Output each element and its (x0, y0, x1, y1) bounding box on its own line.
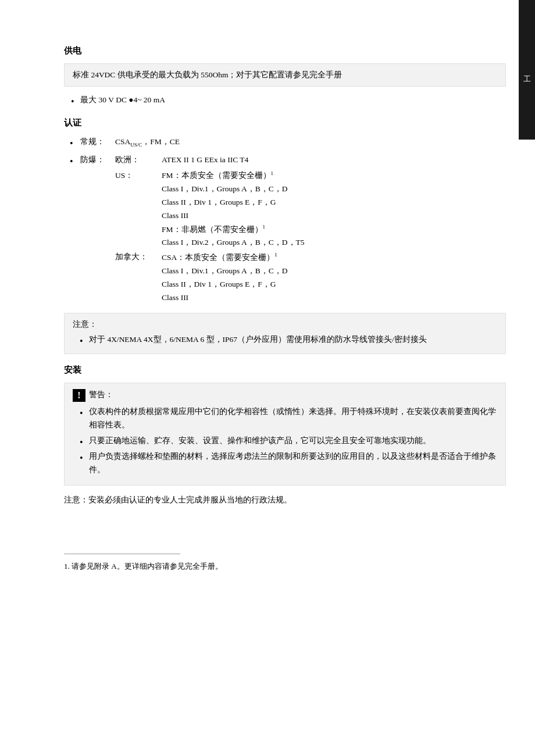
us-class3: Class III (162, 209, 305, 223)
note-label-text: 注意： (73, 320, 97, 329)
sidebar-bar: 工 (519, 0, 535, 140)
canada-block: 加拿大： CSA：本质安全（需要安全栅）1 Class I，Div.1，Grou… (115, 251, 506, 304)
canada-label: 加拿大： (115, 251, 162, 264)
footnote: 1. 请参见附录 A。更详细内容请参见完全手册。 (64, 560, 506, 573)
cert-explosion-label: 防爆： (80, 154, 115, 167)
canada-class1: Class I，Div.1，Groups A，B，C，D (162, 265, 288, 278)
install-heading: 安装 (64, 365, 506, 376)
install-section: 安装 ! 警告： 仪表构件的材质根据常规应用中它们的化学相容性（或惰性）来选择。… (64, 365, 506, 507)
csa-sub: US/C (130, 141, 142, 147)
bullet-dot-explosion: • (70, 154, 80, 169)
us-fm-sup: 1 (271, 170, 274, 176)
warning-bullet-list: 仪表构件的材质根据常规应用中它们的化学相容性（或惰性）来选择。用于特殊环境时，在… (73, 405, 497, 477)
europe-value: ATEX II 1 G EEx ia IIC T4 (162, 154, 248, 167)
csa-text: CSA (115, 137, 130, 146)
footnote-text: 请参见附录 A。更详细内容请参见完全手册。 (72, 562, 223, 570)
cert-explosion-row: • 防爆： 欧洲： ATEX II 1 G EEx ia IIC T4 US： … (64, 154, 506, 305)
cert-heading: 认证 (64, 117, 506, 129)
warning-bullet-1: 仪表构件的材质根据常规应用中它们的化学相容性（或惰性）来选择。用于特殊环境时，在… (79, 405, 497, 432)
note-bullet-text: 对于 4X/NEMA 4X型，6/NEMA 6 型，IP67（户外应用）需使用标… (89, 335, 427, 344)
footnote-divider (64, 554, 180, 554)
cert-standard-label: 常规： (80, 135, 115, 149)
europe-row: 欧洲： ATEX II 1 G EEx ia IIC T4 (115, 154, 506, 167)
us-fm2-sup: 1 (263, 224, 266, 230)
warning-bullet-text-1: 仪表构件的材质根据常规应用中它们的化学相容性（或惰性）来选择。用于特殊环境时，在… (89, 407, 496, 429)
warning-bullet-2: 只要正确地运输、贮存、安装、设置、操作和维护该产品，它可以完全且安全可靠地实现功… (79, 434, 497, 448)
us-fm2-line: FM：非易燃（不需安全栅）1 (162, 223, 305, 236)
bullet-dot-standard: • (70, 135, 80, 151)
europe-label: 欧洲： (115, 154, 162, 167)
us-label: US： (115, 169, 162, 183)
power-bullet-list: 最大 30 V DC ●4~ 20 mA (64, 94, 506, 107)
warning-label: 警告： (89, 389, 113, 401)
warning-row: ! 警告： (73, 389, 497, 402)
power-heading: 供电 (64, 45, 506, 56)
page-container: 供电 标准 24VDC 供电承受的最大负载为 550Ohm；对于其它配置请参见完… (17, 0, 518, 619)
install-note: 注意：安装必须由认证的专业人士完成并服从当地的行政法规。 (64, 494, 506, 507)
canada-sup: 1 (274, 252, 277, 258)
canada-class3: Class III (162, 291, 288, 305)
note-section: 注意： 对于 4X/NEMA 4X型，6/NEMA 6 型，IP67（户外应用）… (64, 313, 506, 355)
us-content: FM：本质安全（需要安全栅）1 Class I，Div.1，Groups A，B… (162, 169, 305, 250)
power-bullet-item: 最大 30 V DC ●4~ 20 mA (70, 94, 506, 107)
cert-explosion-content: 欧洲： ATEX II 1 G EEx ia IIC T4 US： FM：本质安… (115, 154, 506, 305)
canada-csa-text: CSA：本质安全（需要安全栅） (162, 253, 274, 262)
us-fm-line: FM：本质安全（需要安全栅）1 (162, 169, 305, 183)
canada-content: CSA：本质安全（需要安全栅）1 Class I，Div.1，Groups A，… (162, 251, 288, 304)
warning-bullet-text-2: 只要正确地运输、贮存、安装、设置、操作和维护该产品，它可以完全且安全可靠地实现功… (89, 436, 431, 445)
us-class1: Class I，Div.1，Groups A，B，C，D (162, 183, 305, 196)
us-class4: Class I，Div.2，Groups A，B，C，D，T5 (162, 236, 305, 249)
power-info-box: 标准 24VDC 供电承受的最大负载为 550Ohm；对于其它配置请参见完全手册 (64, 63, 506, 87)
power-bullet-text: 最大 30 V DC ●4~ 20 mA (80, 95, 165, 104)
power-section: 供电 标准 24VDC 供电承受的最大负载为 550Ohm；对于其它配置请参见完… (64, 45, 506, 107)
power-info-text: 标准 24VDC 供电承受的最大负载为 550Ohm；对于其它配置请参见完全手册 (73, 70, 342, 79)
warning-icon: ! (73, 389, 85, 402)
install-note-text: 注意：安装必须由认证的专业人士完成并服从当地的行政法规。 (64, 495, 292, 504)
install-warning-box: ! 警告： 仪表构件的材质根据常规应用中它们的化学相容性（或惰性）来选择。用于特… (64, 383, 506, 486)
warning-bullet-text-3: 用户负责选择螺栓和垫圈的材料，选择应考虑法兰的限制和所要达到的应用目的，以及这些… (89, 452, 496, 474)
cert-section: 认证 • 常规： CSAUS/C，FM，CE • 防爆： 欧洲： ATEX II… (64, 117, 506, 305)
us-class2: Class II，Div 1，Groups E，F，G (162, 196, 305, 209)
us-block: US： FM：本质安全（需要安全栅）1 Class I，Div.1，Groups… (115, 169, 506, 250)
sidebar-text: 工 (522, 69, 532, 70)
canada-class2: Class II，Div 1，Groups E，F，G (162, 278, 288, 291)
us-fm-text: FM：本质安全（需要安全栅）1 (162, 171, 273, 180)
note-bullet-item: 对于 4X/NEMA 4X型，6/NEMA 6 型，IP67（户外应用）需使用标… (79, 333, 497, 347)
warning-bullet-3: 用户负责选择螺栓和垫圈的材料，选择应考虑法兰的限制和所要达到的应用目的，以及这些… (79, 450, 497, 477)
footnote-number: 1. (64, 562, 70, 570)
cert-standard-row: • 常规： CSAUS/C，FM，CE (64, 135, 506, 151)
footnote-section: 1. 请参见附录 A。更详细内容请参见完全手册。 (64, 554, 506, 573)
cert-standard-value: CSAUS/C，FM，CE (115, 135, 506, 149)
note-bullet-list: 对于 4X/NEMA 4X型，6/NEMA 6 型，IP67（户外应用）需使用标… (73, 333, 497, 347)
note-label: 注意： (73, 318, 497, 331)
canada-csa-line: CSA：本质安全（需要安全栅）1 (162, 251, 288, 264)
